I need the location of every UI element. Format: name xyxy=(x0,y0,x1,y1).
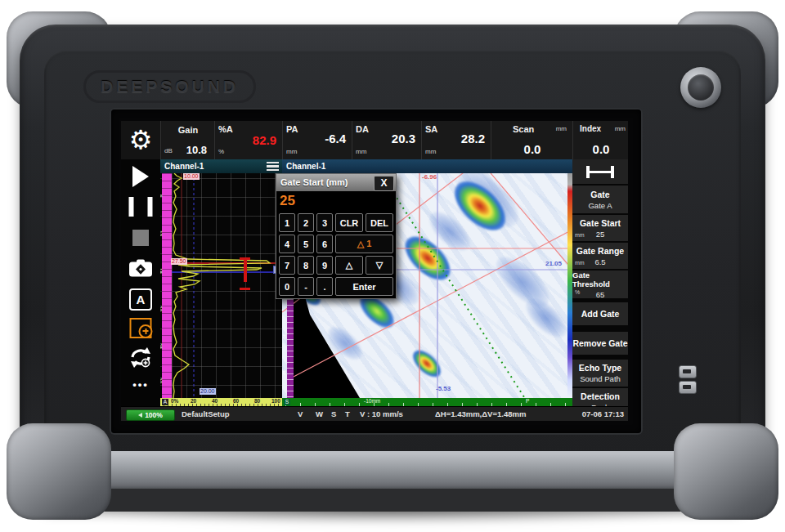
gate-start-field[interactable]: Gate Start mm 25 xyxy=(572,215,628,241)
da-readout[interactable]: DA mm 20.3 xyxy=(352,121,422,159)
axis-tick: 0% xyxy=(171,398,178,404)
annotate-icon[interactable]: A xyxy=(129,288,152,311)
da-unit: mm xyxy=(356,148,366,155)
key-0[interactable]: 0 xyxy=(279,277,295,296)
key-2[interactable]: 2 xyxy=(298,213,314,232)
zoom-reset-icon[interactable] xyxy=(128,346,154,369)
side-button-upper[interactable] xyxy=(679,365,697,378)
battery-tip xyxy=(138,413,142,418)
zoom-area-icon[interactable] xyxy=(130,318,152,338)
index-unit: mm xyxy=(615,125,626,132)
key-7[interactable]: 7 xyxy=(279,256,295,275)
sscan-label-top: -6.96 xyxy=(422,173,437,181)
ascan-header[interactable]: Channel-1 xyxy=(160,159,282,173)
keypad-titlebar[interactable]: Gate Start (mm) X xyxy=(276,174,396,191)
mode-s[interactable]: S xyxy=(331,409,336,418)
gate-select[interactable]: Gate Gate A xyxy=(572,186,628,213)
key-step[interactable]: △ 1 xyxy=(335,235,393,253)
gate-threshold-value: 65 xyxy=(596,290,605,299)
scan-unit: mm xyxy=(556,125,567,132)
plus-v xyxy=(145,329,146,334)
sa-unit: mm xyxy=(425,148,436,155)
gain-readout[interactable]: Gain dB 10.8 xyxy=(160,121,215,159)
mode-t[interactable]: T xyxy=(345,409,350,418)
key-down[interactable]: ▽ xyxy=(366,256,393,275)
ascan-axis-tag: A xyxy=(162,399,168,405)
key-8[interactable]: 8 xyxy=(298,256,314,275)
gate-range-field[interactable]: Gate Range mm 6.5 xyxy=(572,243,628,269)
numeric-keypad-popup: Gate Start (mm) X 25 1 2 3 CLR DEL 4 5 6… xyxy=(276,173,397,299)
more-icon[interactable]: ••• xyxy=(132,378,149,391)
menu-icon[interactable] xyxy=(267,162,279,171)
gate-select-label: Gate xyxy=(590,190,609,199)
gate-cursor-bar xyxy=(244,260,247,282)
settings-button[interactable]: ⚙ xyxy=(121,121,160,159)
key-1[interactable]: 1 xyxy=(279,213,295,232)
gate-tool-button[interactable] xyxy=(572,159,628,184)
key-del[interactable]: DEL xyxy=(366,213,393,232)
ascan-waveform xyxy=(160,173,282,398)
add-gate-button[interactable]: Add Gate xyxy=(572,302,628,325)
tablet-base xyxy=(34,489,751,512)
setup-name[interactable]: DefaultSetup xyxy=(182,409,230,418)
axis-tick: 80 xyxy=(254,398,260,404)
sa-label: SA xyxy=(425,124,437,134)
pa-unit: mm xyxy=(286,148,297,155)
key-up[interactable]: △ xyxy=(335,256,363,275)
pause-icon[interactable] xyxy=(129,197,153,217)
scan-speed: V : 10 mm/s xyxy=(360,409,403,418)
depth-tick: 30 xyxy=(282,333,287,339)
gate-start-unit: mm xyxy=(575,232,585,238)
key-3[interactable]: 3 xyxy=(316,213,333,232)
amplitude-readout[interactable]: %A % 82.9 xyxy=(214,121,283,159)
key-clr[interactable]: CLR xyxy=(335,213,363,232)
gain-label: Gain xyxy=(161,125,215,135)
corner-bumper xyxy=(7,423,111,520)
camera-icon[interactable] xyxy=(128,259,153,277)
battery-indicator: 100% xyxy=(126,409,175,421)
gain-unit: dB xyxy=(164,147,173,154)
sscan-header[interactable]: Channel-1 xyxy=(282,159,572,173)
remove-gate-button[interactable]: Remove Gate xyxy=(572,332,628,355)
stop-icon[interactable] xyxy=(132,230,149,246)
sscan-label-bottom: -5.53 xyxy=(436,385,451,392)
key-enter[interactable]: Enter xyxy=(335,277,393,296)
top-readout-bar: ⚙ Gain dB 10.8 %A % 82.9 PA mm -6.4 DA m… xyxy=(121,121,628,159)
pa-readout[interactable]: PA mm -6.4 xyxy=(282,121,352,159)
index-label: Index xyxy=(580,124,601,133)
pa-label: PA xyxy=(286,124,298,134)
pa-value: -6.4 xyxy=(325,132,346,145)
delta-readout: ΔH=1.43mm,ΔV=1.48mm xyxy=(435,409,526,418)
gate-icon-right xyxy=(611,166,614,178)
gate-range-value: 6.5 xyxy=(594,257,605,266)
left-toolbar: A ••• xyxy=(121,159,160,406)
index-readout[interactable]: Index mm 0.0 xyxy=(572,121,628,159)
mode-v[interactable]: V xyxy=(298,409,303,418)
sa-readout[interactable]: SA mm 28.2 xyxy=(421,121,491,159)
scan-readout[interactable]: Scan mm 0.0 xyxy=(491,121,573,159)
close-icon[interactable]: X xyxy=(374,176,394,191)
gate-threshold-field[interactable]: Gate Threshold % 65 xyxy=(572,270,628,298)
corner-bumper xyxy=(674,423,778,520)
magnifier-glyph xyxy=(139,324,153,338)
mode-w[interactable]: W xyxy=(316,409,323,418)
key-4[interactable]: 4 xyxy=(279,235,295,253)
play-icon[interactable] xyxy=(132,166,149,187)
key-dot[interactable]: . xyxy=(316,277,333,296)
key-5[interactable]: 5 xyxy=(298,235,314,253)
axis-tick: 20 xyxy=(191,398,196,404)
gate-cursor[interactable] xyxy=(240,257,250,290)
ascan-marker-gate: 27.50 xyxy=(171,258,187,265)
key-9[interactable]: 9 xyxy=(316,256,333,275)
side-button-lower[interactable] xyxy=(679,381,697,394)
key-6[interactable]: 6 xyxy=(316,235,333,253)
gate-range-label: Gate Range xyxy=(576,246,624,256)
gate-start-value: 25 xyxy=(596,230,605,239)
gate-range-unit: mm xyxy=(575,260,585,266)
side-button-slot xyxy=(683,385,691,389)
ascan-plot[interactable]: 5 10 15 20 25 30 10.00 27.50 20.00 xyxy=(160,173,282,398)
key-minus[interactable]: - xyxy=(298,277,314,296)
gate-icon xyxy=(586,166,614,178)
echo-type-field[interactable]: Echo Type Sound Path xyxy=(572,360,628,387)
power-button[interactable] xyxy=(680,67,721,108)
